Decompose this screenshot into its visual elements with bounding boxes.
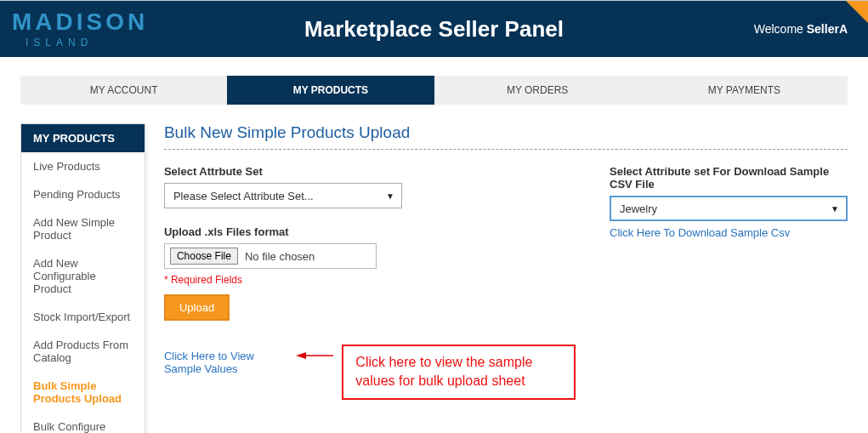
- required-fields-text: * Required Fields: [164, 274, 576, 286]
- tab-my-products[interactable]: MY PRODUCTS: [227, 76, 434, 105]
- svg-marker-1: [296, 352, 306, 359]
- sidebar-header: MY PRODUCTS: [21, 124, 145, 152]
- tab-my-account[interactable]: MY ACCOUNT: [20, 76, 227, 105]
- upload-button[interactable]: Upload: [164, 294, 230, 321]
- sample-csv-select[interactable]: Jewelry ▼: [610, 196, 848, 221]
- sidebar: MY PRODUCTS Live Products Pending Produc…: [20, 123, 145, 433]
- view-sample-values-link[interactable]: Click Here to View Sample Values: [164, 350, 287, 375]
- chevron-down-icon: ▼: [831, 204, 839, 214]
- main-content: Bulk New Simple Products Upload Select A…: [164, 123, 848, 400]
- sidebar-item-pending-products[interactable]: Pending Products: [21, 180, 145, 208]
- sidebar-item-bulk-configure-upload[interactable]: Bulk Configure Products Upload: [21, 413, 145, 433]
- upload-label: Upload .xls Files format: [164, 225, 576, 238]
- download-sample-csv-link[interactable]: Click Here To Download Sample Csv: [610, 226, 790, 239]
- sidebar-item-add-simple[interactable]: Add New Simple Product: [21, 208, 145, 249]
- sidebar-item-add-configurable[interactable]: Add New Configurable Product: [21, 249, 145, 303]
- sidebar-item-live-products[interactable]: Live Products: [21, 152, 145, 180]
- tab-my-payments[interactable]: MY PAYMENTS: [641, 76, 848, 105]
- sidebar-item-add-from-catalog[interactable]: Add Products From Catalog: [21, 331, 145, 372]
- choose-file-button[interactable]: Choose File: [170, 248, 238, 265]
- page-main-title: Marketplace Seller Panel: [114, 16, 754, 43]
- welcome-username: SellerA: [807, 22, 848, 36]
- welcome-text: Welcome SellerA: [754, 22, 848, 36]
- attr-set-value: Please Select Attribute Set...: [173, 190, 314, 202]
- corner-accent: [846, 1, 868, 23]
- attr-set-label: Select Attrbute Set: [164, 165, 576, 178]
- primary-tabs: MY ACCOUNT MY PRODUCTS MY ORDERS MY PAYM…: [20, 76, 848, 105]
- annotation-arrow-icon: [296, 350, 333, 362]
- header-bar: MADISON ISLAND Marketplace Seller Panel …: [0, 1, 868, 57]
- sample-csv-value: Jewelry: [620, 202, 657, 215]
- annotation-box: Click here to view the sample values for…: [342, 345, 576, 400]
- page-title: Bulk New Simple Products Upload: [164, 123, 848, 150]
- attr-set-select[interactable]: Please Select Attribute Set... ▼: [164, 183, 402, 208]
- sidebar-item-stock-import-export[interactable]: Stock Import/Export: [21, 303, 145, 331]
- welcome-prefix: Welcome: [754, 22, 807, 36]
- tab-my-orders[interactable]: MY ORDERS: [434, 76, 641, 105]
- file-status-text: No file chosen: [245, 250, 315, 263]
- sidebar-item-bulk-simple-upload[interactable]: Bulk Simple Products Upload: [21, 372, 145, 413]
- file-input-wrapper: Choose File No file chosen: [164, 243, 377, 269]
- chevron-down-icon: ▼: [386, 191, 394, 201]
- sample-csv-label: Select Attribute set For Download Sample…: [610, 165, 848, 191]
- annotation-text: Click here to view the sample values for…: [355, 355, 532, 388]
